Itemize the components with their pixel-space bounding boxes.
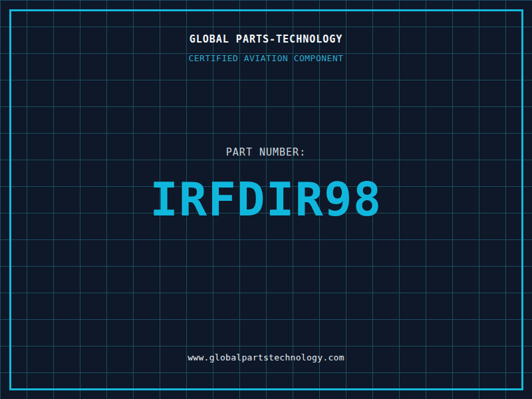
part-number-value: IRFDIR98 [0, 176, 532, 223]
grid-background: GLOBAL PARTS-TECHNOLOGY CERTIFIED AVIATI… [0, 0, 532, 399]
website-url: www.globalpartstechnology.com [0, 352, 532, 362]
company-name: GLOBAL PARTS-TECHNOLOGY [0, 33, 532, 45]
certification-subtitle: CERTIFIED AVIATION COMPONENT [0, 53, 532, 63]
part-number-label: PART NUMBER: [0, 146, 532, 158]
